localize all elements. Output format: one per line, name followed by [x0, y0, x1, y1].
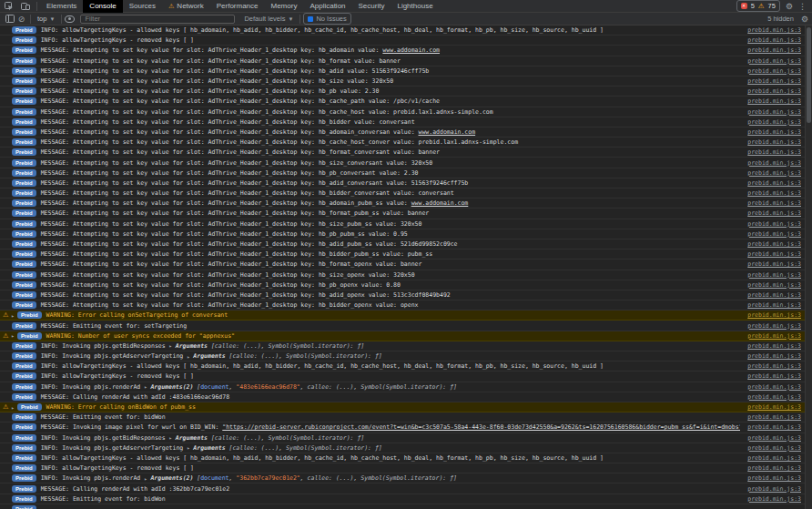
- source-link[interactable]: prebid.min.js:3: [747, 464, 801, 472]
- expand-arrow-icon[interactable]: ▸: [11, 404, 15, 411]
- source-link[interactable]: prebid.min.js:3: [747, 240, 801, 248]
- tab-elements[interactable]: Elements: [40, 0, 83, 13]
- source-link[interactable]: prebid.min.js:3: [747, 393, 801, 401]
- filter-input[interactable]: [80, 15, 235, 24]
- source-link[interactable]: prebid.min.js:3: [747, 220, 801, 228]
- message-text: MESSAGE: Attempting to set key value for…: [41, 291, 451, 299]
- source-link[interactable]: prebid.min.js:3: [747, 169, 801, 177]
- message-text: INFO: Invoking pbjs.renderAd: [41, 383, 145, 391]
- inspect-element-icon[interactable]: [3, 1, 15, 12]
- prebid-badge: Prebid: [12, 169, 36, 177]
- tab-performance[interactable]: Performance: [210, 0, 265, 13]
- device-toolbar-icon[interactable]: [19, 1, 31, 12]
- console-settings-gear-icon[interactable]: ⚙: [801, 15, 808, 24]
- source-link[interactable]: prebid.min.js:3: [747, 138, 801, 146]
- source-link[interactable]: prebid.min.js:3: [747, 291, 801, 299]
- expand-arrow-icon[interactable]: ▸: [169, 342, 176, 349]
- source-link[interactable]: prebid.min.js:3: [747, 260, 801, 268]
- console-sidebar-icon[interactable]: [4, 14, 15, 25]
- source-link[interactable]: prebid.min.js:3: [747, 301, 801, 309]
- source-link[interactable]: prebid.min.js:3: [747, 423, 801, 431]
- source-link[interactable]: prebid.min.js:3: [747, 372, 801, 380]
- source-link[interactable]: prebid.min.js:3: [747, 118, 801, 126]
- source-link[interactable]: prebid.min.js:3: [747, 403, 801, 411]
- log-levels-dropdown[interactable]: Default levels ▼: [240, 15, 297, 23]
- source-link[interactable]: prebid.min.js:3: [747, 454, 801, 462]
- source-link[interactable]: prebid.min.js:3: [747, 362, 801, 370]
- tab-memory[interactable]: Memory: [265, 0, 304, 13]
- tab-application[interactable]: Application: [303, 0, 351, 13]
- source-link[interactable]: prebid.min.js:3: [747, 383, 801, 391]
- message-text: MESSAGE: Invoking image pixel for wurl o…: [41, 423, 223, 431]
- console-row: PrebidMESSAGE: Attempting to set key val…: [0, 87, 812, 97]
- source-link[interactable]: prebid.min.js:3: [747, 108, 801, 116]
- source-link[interactable]: prebid.min.js:3: [747, 474, 801, 482]
- source-link[interactable]: prebid.min.js:3: [747, 485, 801, 493]
- source-link[interactable]: prebid.min.js:3: [747, 46, 801, 54]
- message-link[interactable]: www.addomain.com: [382, 46, 440, 54]
- source-link[interactable]: prebid.min.js:3: [747, 189, 801, 197]
- no-issues-label: No Issues: [316, 15, 346, 23]
- source-link[interactable]: prebid.min.js:3: [747, 281, 801, 289]
- source-link[interactable]: prebid.min.js:3: [747, 148, 801, 156]
- console-row: ⚠▸PrebidWARNING: Number of user syncs ex…: [0, 331, 812, 341]
- source-link[interactable]: prebid.min.js:3: [747, 179, 801, 187]
- source-link[interactable]: prebid.min.js:3: [747, 413, 801, 421]
- message-link[interactable]: "https://prebid-server.rubiconproject.co…: [222, 423, 740, 431]
- source-link[interactable]: prebid.min.js:3: [747, 209, 801, 217]
- source-link[interactable]: prebid.min.js:3: [747, 199, 801, 207]
- tab-network[interactable]: ⚠Network: [162, 0, 210, 13]
- issue-counter[interactable]: ✕ 5 ⚠ 75: [736, 0, 780, 12]
- tab-console[interactable]: Console: [83, 0, 122, 13]
- source-link[interactable]: prebid.min.js:3: [747, 128, 801, 136]
- console-row: PrebidINFO: allowTargetingKeys - allowed…: [0, 361, 812, 372]
- console-row: PrebidMESSAGE: Attempting to set key val…: [0, 270, 812, 280]
- source-link[interactable]: prebid.min.js:3: [747, 159, 801, 167]
- source-link[interactable]: prebid.min.js:3: [747, 271, 801, 279]
- expand-arrow-icon[interactable]: ▸: [169, 434, 176, 441]
- prebid-badge: Prebid: [12, 281, 36, 289]
- context-selector[interactable]: top ▼: [34, 15, 58, 23]
- source-link[interactable]: prebid.min.js:3: [747, 97, 801, 105]
- clear-console-icon[interactable]: ⊘: [15, 14, 27, 25]
- prebid-badge: Prebid: [12, 383, 36, 391]
- source-link[interactable]: prebid.min.js:3: [747, 36, 801, 44]
- source-link[interactable]: prebid.min.js:3: [747, 67, 801, 75]
- source-link[interactable]: prebid.min.js:3: [747, 26, 801, 34]
- source-link[interactable]: prebid.min.js:3: [747, 342, 801, 350]
- expand-arrow-icon[interactable]: ▸: [11, 312, 15, 319]
- prebid-badge: Prebid: [12, 372, 36, 380]
- source-link[interactable]: prebid.min.js:3: [747, 352, 801, 360]
- more-options-icon[interactable]: ⋮: [798, 2, 807, 11]
- vertical-scrollbar[interactable]: [805, 25, 812, 509]
- settings-gear-icon[interactable]: ⚙: [786, 2, 793, 11]
- console-row: PrebidMESSAGE: Attempting to set key val…: [0, 66, 812, 76]
- message-text: MESSAGE: Attempting to set key value for…: [41, 77, 393, 85]
- console-row: Prebid: [0, 504, 812, 509]
- tab-lighthouse[interactable]: Lighthouse: [391, 0, 439, 13]
- prebid-badge: Prebid: [12, 423, 36, 431]
- tab-sources[interactable]: Sources: [123, 0, 162, 13]
- source-link[interactable]: prebid.min.js:3: [747, 230, 801, 238]
- expand-arrow-icon[interactable]: ▸: [11, 332, 15, 339]
- source-link[interactable]: prebid.min.js:3: [747, 77, 801, 85]
- message-text: MESSAGE: Attempting to set key value for…: [41, 57, 401, 65]
- message-link[interactable]: www.addomain.com: [411, 199, 469, 207]
- source-link[interactable]: prebid.min.js:3: [747, 434, 801, 442]
- source-link[interactable]: prebid.min.js:3: [747, 311, 801, 319]
- source-link[interactable]: prebid.min.js:3: [747, 57, 801, 65]
- source-link[interactable]: prebid.min.js:3: [747, 495, 801, 503]
- console-row: PrebidINFO: Invoking pbjs.getAdserverTar…: [0, 351, 812, 361]
- source-link[interactable]: prebid.min.js:3: [747, 332, 801, 340]
- live-expression-eye-icon[interactable]: [65, 15, 75, 23]
- source-link[interactable]: prebid.min.js:3: [747, 250, 801, 258]
- no-issues-badge[interactable]: No Issues: [303, 13, 350, 25]
- message-text: , callee: (...), Symbol(Symbol.iterator)…: [300, 383, 457, 391]
- console-row: PrebidMESSAGE: Attempting to set key val…: [0, 300, 812, 310]
- message-link[interactable]: www.addomain.com: [419, 128, 476, 136]
- source-link[interactable]: prebid.min.js:3: [747, 87, 801, 95]
- scrollbar-thumb[interactable]: [807, 27, 811, 123]
- source-link[interactable]: prebid.min.js:3: [747, 444, 801, 452]
- source-link[interactable]: prebid.min.js:3: [747, 322, 801, 330]
- tab-security[interactable]: Security: [352, 0, 391, 13]
